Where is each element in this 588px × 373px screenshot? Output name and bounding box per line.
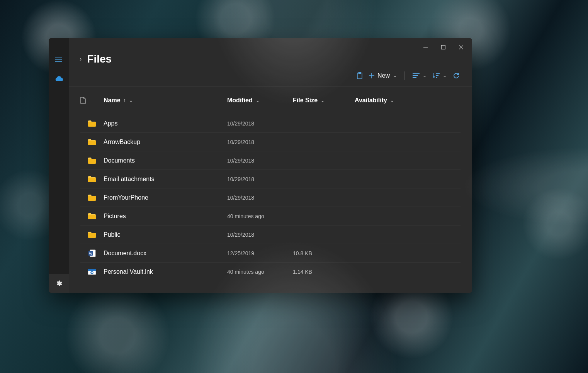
file-modified: 10/29/2018 bbox=[227, 176, 293, 182]
settings-button[interactable] bbox=[49, 274, 69, 293]
sidebar bbox=[49, 38, 69, 293]
file-row[interactable]: Email attachments10/29/2018 bbox=[80, 170, 461, 188]
file-modified: 40 minutes ago bbox=[227, 269, 293, 275]
svg-rect-2 bbox=[357, 73, 362, 79]
file-modified: 10/29/2018 bbox=[227, 120, 293, 127]
word-icon: W bbox=[80, 249, 104, 257]
file-row[interactable]: Personal Vault.lnk40 minutes ago1.14 KB bbox=[80, 263, 461, 281]
file-row[interactable]: ArrowBackup10/29/2018 bbox=[80, 133, 461, 151]
file-size: 10.8 KB bbox=[293, 250, 355, 256]
file-list: Name ↑ ⌄ Modified ⌄ File Size ⌄ Availabi… bbox=[69, 86, 472, 293]
file-name: Apps bbox=[104, 120, 227, 127]
column-availability-label: Availability bbox=[355, 97, 387, 104]
list-header: Name ↑ ⌄ Modified ⌄ File Size ⌄ Availabi… bbox=[80, 86, 461, 114]
file-name: Documents bbox=[104, 157, 227, 164]
main-panel: › Files New ⌄ ⌄ bbox=[69, 38, 472, 293]
column-modified-label: Modified bbox=[227, 97, 253, 104]
file-modified: 10/29/2018 bbox=[227, 195, 293, 201]
folder-icon bbox=[80, 120, 104, 127]
folder-icon bbox=[80, 157, 104, 164]
file-name: Pictures bbox=[104, 213, 227, 220]
file-name: Personal Vault.lnk bbox=[104, 268, 227, 275]
file-name: ArrowBackup bbox=[104, 139, 227, 146]
paste-button[interactable] bbox=[356, 71, 364, 81]
minimize-button[interactable] bbox=[416, 41, 434, 53]
file-name: Document.docx bbox=[104, 250, 227, 257]
column-icon[interactable] bbox=[80, 97, 104, 104]
refresh-icon bbox=[453, 72, 460, 79]
folder-icon bbox=[80, 231, 104, 238]
chevron-down-icon: ⌄ bbox=[393, 73, 397, 78]
file-size: 1.14 KB bbox=[293, 269, 355, 275]
titlebar bbox=[69, 38, 472, 54]
chevron-down-icon: ⌄ bbox=[129, 98, 133, 103]
column-modified[interactable]: Modified ⌄ bbox=[227, 97, 293, 104]
minimize-icon bbox=[423, 45, 428, 49]
file-outline-icon bbox=[80, 97, 86, 104]
file-modified: 40 minutes ago bbox=[227, 213, 293, 219]
file-modified: 12/25/2019 bbox=[227, 250, 293, 256]
maximize-icon bbox=[441, 45, 445, 49]
cloud-icon bbox=[54, 75, 63, 81]
onedrive-button[interactable] bbox=[49, 70, 69, 87]
new-button-label: New bbox=[377, 72, 390, 79]
column-name-label: Name bbox=[104, 97, 121, 104]
file-row[interactable]: Documents10/29/2018 bbox=[80, 151, 461, 170]
maximize-button[interactable] bbox=[434, 41, 452, 53]
breadcrumb-title[interactable]: Files bbox=[87, 53, 112, 65]
column-availability[interactable]: Availability ⌄ bbox=[355, 97, 461, 104]
svg-rect-9 bbox=[88, 269, 96, 271]
file-modified: 10/29/2018 bbox=[227, 158, 293, 164]
svg-text:W: W bbox=[89, 251, 92, 255]
list-view-icon bbox=[413, 73, 420, 78]
folder-icon bbox=[80, 139, 104, 146]
breadcrumb: › Files bbox=[69, 53, 472, 68]
file-row[interactable]: Pictures40 minutes ago bbox=[80, 207, 461, 225]
file-row[interactable]: Apps10/29/2018 bbox=[80, 114, 461, 133]
sort-button[interactable]: ⌄ bbox=[432, 71, 447, 80]
column-name[interactable]: Name ↑ ⌄ bbox=[104, 97, 227, 104]
toolbar-separator bbox=[404, 71, 405, 80]
svg-rect-0 bbox=[423, 47, 428, 47]
new-button[interactable]: New ⌄ bbox=[368, 71, 398, 81]
sort-icon bbox=[433, 73, 440, 79]
clipboard-icon bbox=[357, 72, 363, 79]
close-button[interactable] bbox=[452, 41, 470, 53]
file-modified: 10/29/2018 bbox=[227, 139, 293, 145]
plus-icon bbox=[369, 73, 374, 78]
file-row[interactable]: FromYourPhone10/29/2018 bbox=[80, 188, 461, 207]
chevron-right-icon[interactable]: › bbox=[80, 56, 82, 63]
folder-icon bbox=[80, 176, 104, 183]
svg-rect-11 bbox=[92, 272, 92, 273]
hamburger-button[interactable] bbox=[49, 51, 69, 68]
app-window: › Files New ⌄ ⌄ bbox=[49, 38, 472, 293]
refresh-button[interactable] bbox=[452, 71, 461, 81]
vault-icon bbox=[80, 268, 104, 275]
file-name: FromYourPhone bbox=[104, 194, 227, 201]
toolbar: New ⌄ ⌄ ⌄ bbox=[69, 68, 472, 86]
sort-asc-icon: ↑ bbox=[124, 97, 126, 103]
chevron-down-icon: ⌄ bbox=[390, 98, 394, 103]
folder-icon bbox=[80, 194, 104, 201]
file-name: Public bbox=[104, 231, 227, 238]
folder-icon bbox=[80, 213, 104, 220]
close-icon bbox=[459, 45, 463, 49]
chevron-down-icon: ⌄ bbox=[423, 73, 427, 78]
view-button[interactable]: ⌄ bbox=[412, 71, 427, 80]
file-row[interactable]: Public10/29/2018 bbox=[80, 225, 461, 244]
hamburger-icon bbox=[55, 58, 62, 62]
chevron-down-icon: ⌄ bbox=[256, 98, 260, 103]
chevron-down-icon: ⌄ bbox=[321, 98, 325, 103]
column-size[interactable]: File Size ⌄ bbox=[293, 97, 355, 104]
gear-icon bbox=[55, 280, 62, 287]
chevron-down-icon: ⌄ bbox=[443, 73, 447, 78]
file-modified: 10/29/2018 bbox=[227, 232, 293, 238]
file-row[interactable]: W Document.docx12/25/201910.8 KB bbox=[80, 244, 461, 263]
file-name: Email attachments bbox=[104, 176, 227, 183]
svg-rect-1 bbox=[441, 45, 445, 49]
column-size-label: File Size bbox=[293, 97, 318, 104]
